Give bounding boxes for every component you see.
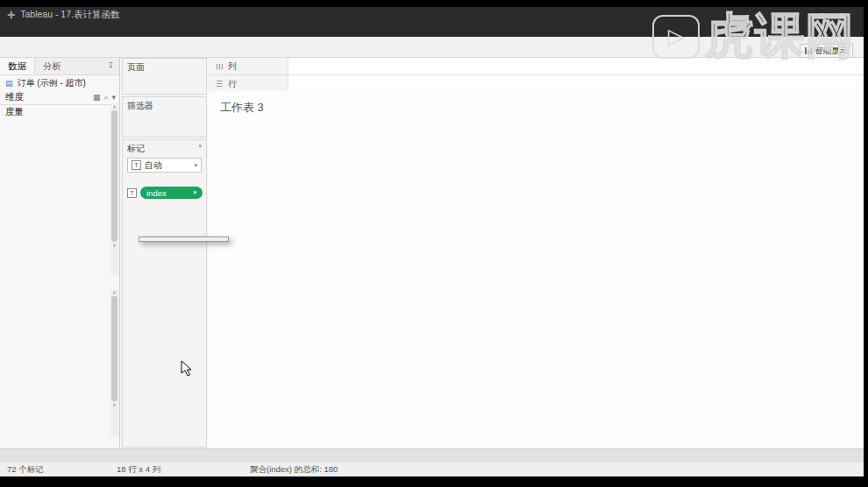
scroll-up-icon[interactable]: ∧	[112, 103, 116, 110]
data-pane-tabs: 数据 分析 ↧	[0, 58, 119, 75]
measures-header: 度量	[0, 104, 119, 118]
canvas: ☰ 列 ☰ 行 工作表 3	[209, 58, 864, 448]
mouse-cursor	[181, 360, 194, 378]
columns-shelf-label: 列	[228, 60, 237, 73]
scroll-down-icon[interactable]: ∨	[112, 242, 116, 249]
scroll-up-icon[interactable]: ∧	[112, 289, 116, 296]
tab-data[interactable]: 数据	[0, 58, 35, 74]
columns-shelf[interactable]: ☰ 列	[209, 58, 864, 75]
main-area: 数据 分析 ↧ ▤ 订单 (示例 - 超市) 维度 ▦ ⌕ ▾ 度量	[0, 58, 864, 448]
tableau-app: ✚ Tableau - 17.表计算函数 □ ✕ 数据 分析 ↧ ▤ 订单 (示…	[0, 0, 868, 487]
pin-icon[interactable]: ↧	[102, 58, 119, 74]
cards-panel: 页面 筛选器 标记 ▾ T 自动 ▾ T index	[120, 58, 209, 448]
scroll-down-icon[interactable]: ∨	[112, 401, 116, 408]
maximize-button[interactable]: □	[820, 11, 825, 20]
filters-card-title: 筛选器	[127, 100, 153, 112]
collapse-caret-icon[interactable]: ▾	[198, 143, 202, 155]
datasource-name: 订单 (示例 - 超市)	[18, 77, 86, 89]
toolbar	[0, 37, 864, 58]
window-title: Tableau - 17.表计算函数	[20, 9, 119, 21]
view-grid-icon[interactable]: ▦	[93, 93, 101, 102]
index-pill-label: index	[146, 188, 167, 198]
context-menu	[139, 236, 229, 242]
text-mark-icon: T	[127, 188, 137, 198]
mark-type-dropdown[interactable]: T 自动 ▾	[127, 158, 202, 173]
tableau-logo-icon: ✚	[7, 10, 15, 21]
tab-analytics[interactable]: 分析	[35, 58, 69, 74]
show-me-button[interactable]: 智能显示	[800, 44, 853, 58]
close-button[interactable]: ✕	[839, 11, 846, 20]
marks-buttons	[123, 173, 206, 179]
rows-shelf-label: 行	[228, 78, 237, 90]
marks-pill-row: T index ▾	[123, 179, 206, 199]
window-titlebar: ✚ Tableau - 17.表计算函数 □ ✕	[0, 7, 864, 23]
sheet-title: 工作表 3	[209, 91, 864, 116]
chevron-down-icon[interactable]: ▾	[193, 189, 196, 196]
datasource-row[interactable]: ▤ 订单 (示例 - 超市)	[0, 75, 119, 90]
status-aggregation: 聚合(index) 的总和: 180	[250, 464, 338, 476]
status-marks-count: 72 个标记	[7, 464, 117, 476]
pages-card[interactable]: 页面	[122, 58, 207, 95]
show-me-icon	[805, 47, 812, 54]
text-mark-icon: T	[132, 160, 141, 170]
search-icon[interactable]: ⌕	[103, 93, 108, 102]
status-bar: 72 个标记 18 行 x 4 列 聚合(index) 的总和: 180	[0, 462, 864, 476]
scroll-thumb[interactable]	[111, 110, 117, 242]
pages-card-title: 页面	[127, 61, 145, 74]
measures-title: 度量	[5, 106, 24, 118]
dimensions-title: 维度	[5, 91, 24, 103]
menu-bar	[0, 23, 865, 37]
dimensions-header: 维度 ▦ ⌕ ▾	[0, 90, 119, 104]
marks-card-title: 标记	[127, 143, 145, 155]
rows-icon: ☰	[216, 80, 223, 88]
index-pill[interactable]: index ▾	[140, 187, 203, 199]
mark-type-value: 自动	[145, 159, 162, 172]
scroll-thumb[interactable]	[111, 296, 117, 401]
show-me-label: 智能显示	[815, 46, 848, 57]
measures-scrollbar[interactable]: ∧ ∨	[110, 289, 118, 436]
rows-shelf[interactable]: ☰ 行	[209, 75, 864, 93]
filters-card[interactable]: 筛选器	[122, 96, 207, 138]
columns-icon: ☰	[215, 62, 224, 69]
datasource-icon: ▤	[5, 79, 13, 88]
sheet-tabs-bar	[0, 448, 864, 462]
worksheet: 工作表 3	[209, 91, 864, 448]
marks-card: 标记 ▾ T 自动 ▾ T index ▾	[122, 139, 207, 448]
data-pane: 数据 分析 ↧ ▤ 订单 (示例 - 超市) 维度 ▦ ⌕ ▾ 度量	[0, 58, 120, 448]
chevron-down-icon[interactable]: ▾	[111, 93, 116, 102]
status-grid-size: 18 行 x 4 列	[117, 464, 250, 476]
chevron-down-icon: ▾	[194, 162, 197, 169]
dimensions-scrollbar[interactable]: ∧ ∨	[110, 103, 118, 275]
